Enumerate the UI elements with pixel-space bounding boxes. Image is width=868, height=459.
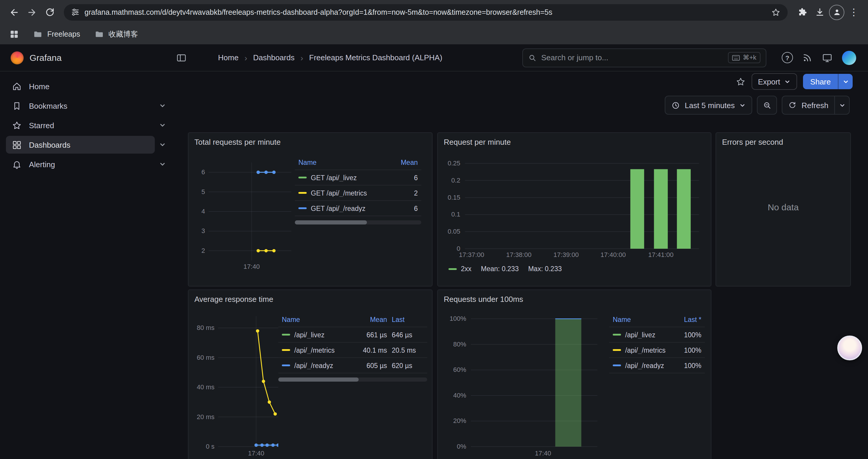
legend-row[interactable]: /api/_livez 661 µs 646 µs xyxy=(278,327,427,342)
refresh-interval-caret[interactable] xyxy=(834,96,849,114)
share-label[interactable]: Share xyxy=(803,74,838,89)
chevron-down-icon[interactable] xyxy=(155,122,170,129)
keyboard-icon xyxy=(732,55,740,61)
series-name[interactable]: /api/_/readyz xyxy=(625,362,664,369)
screen: grafana.mathmast.com/d/deytv4rwavabkb/fr… xyxy=(0,0,868,459)
series-name[interactable]: GET /api/_/metrics xyxy=(311,189,367,196)
scrollbar-thumb[interactable] xyxy=(278,378,359,382)
svg-text:80 ms: 80 ms xyxy=(197,324,215,331)
scrollbar-thumb[interactable] xyxy=(295,220,367,225)
browser-menu-button[interactable]: ⋮ xyxy=(845,4,862,21)
legend-row[interactable]: /api/_livez 100% xyxy=(609,327,705,342)
legend-header-name[interactable]: Name xyxy=(613,316,675,323)
monitor-icon[interactable] xyxy=(822,52,833,63)
panel-title[interactable]: Requests under 100ms xyxy=(438,290,711,308)
legend-header-name[interactable]: Name xyxy=(282,316,350,323)
panel-title[interactable]: Request per minute xyxy=(438,133,711,151)
app-body: Home Bookmarks Starred xyxy=(0,71,868,459)
share-button[interactable]: Share xyxy=(803,74,852,89)
extensions-button[interactable] xyxy=(794,4,810,21)
legend-row[interactable]: GET /api/_livez 6 xyxy=(295,170,421,186)
refresh-button[interactable]: Refresh xyxy=(782,96,850,114)
dashboard-canvas: Total requests per minute 6543217:40 Nam… xyxy=(176,119,868,459)
site-settings-tune-icon[interactable] xyxy=(71,8,80,17)
sidebar-item-home[interactable]: Home xyxy=(6,77,170,96)
chevron-down-icon[interactable] xyxy=(155,141,170,148)
export-button[interactable]: Export xyxy=(751,73,797,90)
legend-row[interactable]: /api/_/metrics 100% xyxy=(609,342,705,358)
series-last: 20.5 ms xyxy=(387,347,424,354)
zoom-out-button[interactable] xyxy=(757,96,777,114)
sidebar-item-label: Home xyxy=(29,82,49,91)
svg-text:40 ms: 40 ms xyxy=(197,383,215,391)
bookmark-star-icon[interactable] xyxy=(771,7,780,17)
browser-profile-avatar[interactable] xyxy=(829,4,844,20)
url-text[interactable]: grafana.mathmast.com/d/deytv4rwavabkb/fr… xyxy=(85,8,766,16)
legend-scrollbar[interactable] xyxy=(278,378,427,382)
sidebar-nav: Home Bookmarks Starred xyxy=(0,71,176,459)
rss-news-icon[interactable] xyxy=(802,53,812,63)
search-icon xyxy=(528,54,536,62)
series-name[interactable]: GET /api/_livez xyxy=(311,174,357,181)
bell-icon xyxy=(12,159,22,169)
legend-scrollbar[interactable] xyxy=(295,220,421,225)
svg-text:0.15: 0.15 xyxy=(447,194,460,201)
breadcrumb-home[interactable]: Home xyxy=(218,53,239,62)
sidebar-item-bookmarks[interactable]: Bookmarks xyxy=(6,96,170,115)
favorite-star-icon[interactable] xyxy=(735,76,745,87)
svg-text:20 ms: 20 ms xyxy=(197,413,215,421)
legend-row[interactable]: GET /api/_/readyz 6 xyxy=(295,201,421,216)
breadcrumb-dashboards[interactable]: Dashboards xyxy=(253,53,294,62)
sidebar-item-alerting[interactable]: Alerting xyxy=(6,155,170,174)
legend-header-mean[interactable]: Mean xyxy=(350,316,387,323)
legend-table: Name Last * /api/_livez 100% /api/_/metr… xyxy=(609,313,705,459)
legend-header-last[interactable]: Last * xyxy=(675,316,701,323)
series-name[interactable]: /api/_/metrics xyxy=(294,347,335,354)
grafana-logo[interactable] xyxy=(11,51,24,64)
panel-title[interactable]: Average response time xyxy=(188,290,432,308)
series-name[interactable]: /api/_livez xyxy=(294,331,324,338)
svg-text:17:40: 17:40 xyxy=(248,450,264,457)
panel-title[interactable]: Errors per second xyxy=(716,133,850,151)
assistant-avatar[interactable] xyxy=(837,335,862,360)
series-name[interactable]: /api/_/metrics xyxy=(625,347,665,354)
series-name[interactable]: /api/_/readyz xyxy=(294,362,333,369)
legend-row[interactable]: /api/_/metrics 40.1 ms 20.5 ms xyxy=(278,342,427,358)
sidebar-item-dashboards[interactable]: Dashboards xyxy=(6,135,170,154)
legend-header-name[interactable]: Name xyxy=(299,159,383,166)
bookmark-folder-freeleaps[interactable]: Freeleaps xyxy=(33,30,80,39)
chevron-down-icon xyxy=(740,102,746,108)
svg-text:17:38:00: 17:38:00 xyxy=(506,251,531,258)
user-avatar[interactable] xyxy=(842,51,856,65)
bookmark-folder-blogs[interactable]: 收藏博客 xyxy=(94,29,138,39)
sidebar-item-starred[interactable]: Starred xyxy=(6,116,170,135)
series-name[interactable]: /api/_livez xyxy=(625,331,655,338)
legend-row[interactable]: GET /api/_/metrics 2 xyxy=(295,186,421,201)
panel-title[interactable]: Total requests per minute xyxy=(188,133,432,151)
forward-button[interactable] xyxy=(24,4,40,21)
url-bar[interactable]: grafana.mathmast.com/d/deytv4rwavabkb/fr… xyxy=(64,4,788,21)
series-name[interactable]: GET /api/_/readyz xyxy=(311,205,366,212)
series-name[interactable]: 2xx xyxy=(461,265,471,272)
reload-button[interactable] xyxy=(41,4,58,21)
chevron-down-icon[interactable] xyxy=(155,161,170,168)
time-controls: Last 5 minutes Refresh xyxy=(176,92,868,119)
chevron-down-icon[interactable] xyxy=(155,102,170,109)
share-menu-caret[interactable] xyxy=(838,74,852,89)
time-range-picker[interactable]: Last 5 minutes xyxy=(665,96,752,114)
series-last: 100% xyxy=(675,331,701,338)
legend-row[interactable]: /api/_/readyz 100% xyxy=(609,358,705,373)
help-icon[interactable]: ? xyxy=(782,52,793,63)
breadcrumb-separator-icon: › xyxy=(244,53,247,62)
series-color-dash xyxy=(282,334,290,335)
time-range-label: Last 5 minutes xyxy=(685,101,735,109)
back-button[interactable] xyxy=(6,4,23,21)
download-icon xyxy=(814,7,825,17)
apps-grid-icon[interactable] xyxy=(9,30,19,39)
search-input[interactable]: Search or jump to... ⌘+k xyxy=(522,48,766,67)
collapse-sidebar-button[interactable] xyxy=(176,52,187,63)
downloads-button[interactable] xyxy=(811,4,828,21)
legend-header-mean[interactable]: Mean xyxy=(383,159,418,166)
legend-header-last[interactable]: Last xyxy=(387,316,424,323)
legend-row[interactable]: /api/_/readyz 605 µs 620 µs xyxy=(278,358,427,373)
